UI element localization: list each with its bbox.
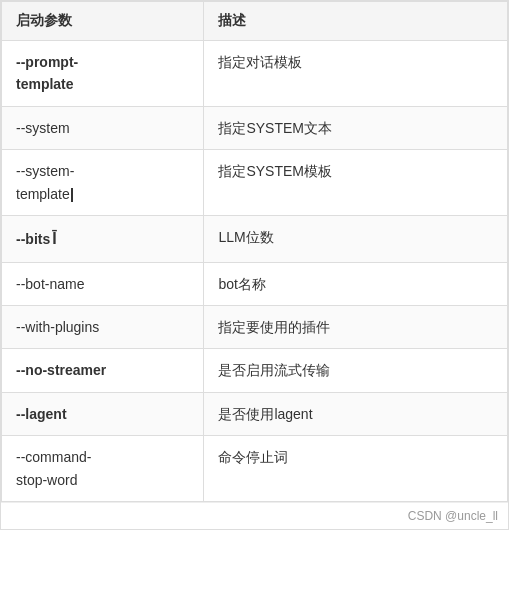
- table-row: --with-plugins指定要使用的插件: [2, 305, 508, 348]
- text-cursor: [71, 188, 73, 202]
- param-cell: --command-stop-word: [2, 436, 204, 502]
- table-row: --prompt-template指定对话模板: [2, 41, 508, 107]
- param-cell: --lagent: [2, 392, 204, 435]
- param-text: --bits: [16, 231, 50, 247]
- table-row: --command-stop-word命令停止词: [2, 436, 508, 502]
- param-cell: --bitsĪ: [2, 215, 204, 262]
- desc-cell: LLM位数: [204, 215, 508, 262]
- param-text: --bot-name: [16, 276, 84, 292]
- desc-cell: 命令停止词: [204, 436, 508, 502]
- desc-cell: 是否使用lagent: [204, 392, 508, 435]
- param-cell: --prompt-template: [2, 41, 204, 107]
- header-param: 启动参数: [2, 2, 204, 41]
- table-row: --bot-namebot名称: [2, 262, 508, 305]
- desc-cell: 指定要使用的插件: [204, 305, 508, 348]
- desc-cell: 指定SYSTEM模板: [204, 150, 508, 216]
- params-table: 启动参数 描述 --prompt-template指定对话模板--system指…: [1, 1, 508, 502]
- param-text: --lagent: [16, 406, 67, 422]
- table-row: --lagent是否使用lagent: [2, 392, 508, 435]
- param-text: --system- template: [16, 163, 74, 201]
- param-text: --command-stop-word: [16, 449, 91, 487]
- param-cell: --system: [2, 106, 204, 149]
- param-text: --no-streamer: [16, 362, 106, 378]
- param-text: --prompt-template: [16, 54, 78, 92]
- text-cursor: Ī: [52, 226, 56, 252]
- table-row: --system- template指定SYSTEM模板: [2, 150, 508, 216]
- table-row: --bitsĪLLM位数: [2, 215, 508, 262]
- header-desc: 描述: [204, 2, 508, 41]
- param-text: --system: [16, 120, 70, 136]
- footer-bar: CSDN @uncle_ll: [1, 502, 508, 529]
- param-cell: --bot-name: [2, 262, 204, 305]
- desc-cell: bot名称: [204, 262, 508, 305]
- param-cell: --system- template: [2, 150, 204, 216]
- desc-cell: 指定SYSTEM文本: [204, 106, 508, 149]
- footer-text: CSDN @uncle_ll: [408, 509, 498, 523]
- table-header-row: 启动参数 描述: [2, 2, 508, 41]
- desc-cell: 指定对话模板: [204, 41, 508, 107]
- table-row: --system指定SYSTEM文本: [2, 106, 508, 149]
- param-cell: --with-plugins: [2, 305, 204, 348]
- desc-cell: 是否启用流式传输: [204, 349, 508, 392]
- table-row: --no-streamer是否启用流式传输: [2, 349, 508, 392]
- param-cell: --no-streamer: [2, 349, 204, 392]
- params-table-container: 启动参数 描述 --prompt-template指定对话模板--system指…: [0, 0, 509, 530]
- param-text: --with-plugins: [16, 319, 99, 335]
